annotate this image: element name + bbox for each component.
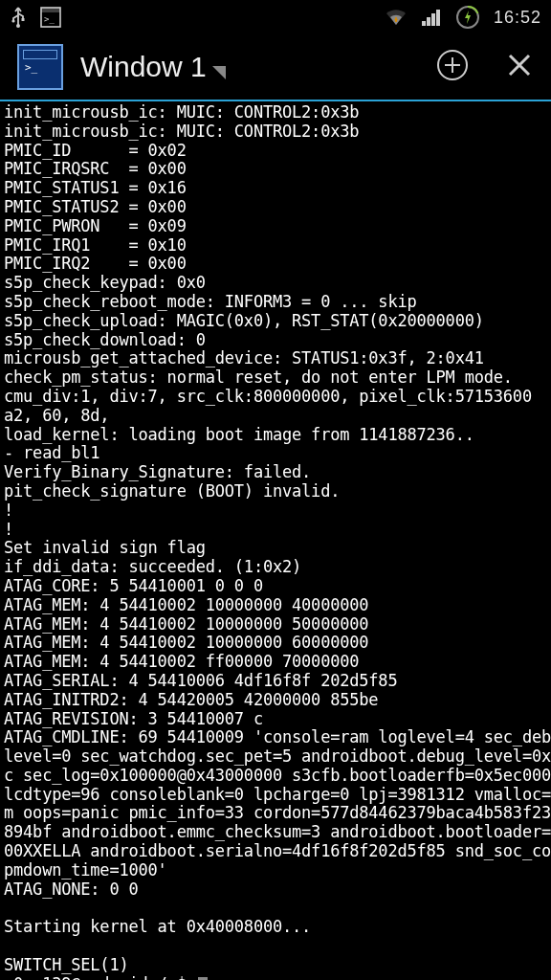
wifi-icon — [385, 8, 408, 27]
shell-prompt: u0_a139@android:/ $ — [4, 974, 196, 980]
usb-icon — [10, 6, 27, 29]
battery-icon — [455, 5, 480, 30]
svg-rect-4 — [41, 8, 60, 12]
window-title: Window 1 — [80, 51, 207, 83]
app-bar: Window 1 — [0, 34, 551, 101]
terminal-text: init_microusb_ic: MUIC: CONTROL2:0x3b in… — [4, 102, 551, 974]
svg-rect-7 — [427, 17, 430, 26]
svg-rect-1 — [22, 18, 25, 21]
terminal-notification-icon: >_ — [40, 7, 61, 28]
cursor — [198, 977, 208, 980]
new-window-button[interactable] — [436, 49, 469, 85]
svg-text:>_: >_ — [44, 14, 55, 24]
svg-point-0 — [16, 24, 20, 28]
svg-rect-9 — [436, 10, 440, 26]
app-icon[interactable] — [17, 44, 63, 90]
window-title-spinner[interactable]: Window 1 — [80, 51, 419, 83]
svg-rect-6 — [422, 21, 426, 26]
dropdown-indicator-icon — [212, 66, 226, 79]
status-left-icons: >_ — [10, 6, 61, 29]
status-clock: 16:52 — [494, 8, 541, 28]
close-button[interactable] — [505, 51, 534, 83]
svg-point-2 — [11, 19, 14, 22]
status-right-icons: 16:52 — [385, 5, 541, 30]
svg-rect-8 — [431, 13, 435, 26]
terminal-output[interactable]: init_microusb_ic: MUIC: CONTROL2:0x3b in… — [0, 101, 551, 980]
android-status-bar: >_ 16:52 — [0, 0, 551, 34]
signal-icon — [421, 8, 442, 27]
